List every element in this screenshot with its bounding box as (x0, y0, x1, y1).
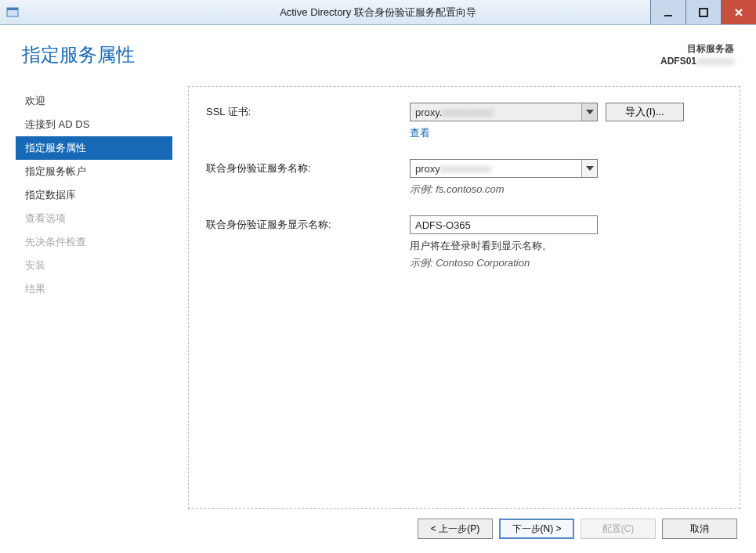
display-name-hint: 用户将在登录时看到显示名称。 (410, 239, 722, 253)
wizard-steps-sidebar: 欢迎 连接到 AD DS 指定服务属性 指定服务帐户 指定数据库 查看选项 先决… (16, 86, 172, 509)
fed-service-name-label: 联合身份验证服务名称: (206, 161, 410, 175)
sidebar-item-prereq: 先决条件检查 (16, 230, 172, 254)
sidebar-item-database[interactable]: 指定数据库 (16, 183, 172, 207)
next-button[interactable]: 下一步(N) > (499, 519, 574, 539)
sidebar-item-review: 查看选项 (16, 207, 172, 230)
app-icon (6, 6, 19, 19)
fed-service-name-dropdown[interactable]: proxyxxxxxxxxxx (410, 159, 598, 178)
content-panel: SSL 证书: proxy.xxxxxxxxxx 导入(I)... 查看 (188, 86, 740, 509)
ssl-cert-label: SSL 证书: (206, 105, 410, 119)
previous-button[interactable]: < 上一步(P) (418, 519, 493, 539)
target-server-info: 目标服务器 ADFS01xxxxxxxx (660, 42, 734, 67)
sidebar-item-install: 安装 (16, 254, 172, 277)
chevron-down-icon (581, 103, 597, 121)
import-button[interactable]: 导入(I)... (606, 103, 684, 121)
fed-service-name-example: 示例: fs.contoso.com (410, 183, 722, 197)
chevron-down-icon (581, 160, 597, 177)
ssl-cert-dropdown[interactable]: proxy.xxxxxxxxxx (410, 103, 598, 121)
target-server-label: 目标服务器 (660, 42, 734, 56)
sidebar-item-connect-adds[interactable]: 连接到 AD DS (16, 113, 172, 136)
svg-rect-1 (7, 8, 18, 10)
cancel-button[interactable]: 取消 (662, 519, 737, 539)
window-title: Active Directory 联合身份验证服务配置向导 (0, 5, 756, 20)
display-name-input[interactable] (410, 215, 598, 234)
sidebar-item-service-properties[interactable]: 指定服务属性 (16, 136, 172, 160)
window-controls (650, 0, 756, 24)
display-name-label: 联合身份验证服务显示名称: (206, 218, 410, 232)
svg-rect-2 (664, 15, 672, 16)
wizard-header: 指定服务属性 目标服务器 ADFS01xxxxxxxx (16, 39, 740, 70)
display-name-example: 示例: Contoso Corporation (410, 256, 722, 270)
page-title: 指定服务属性 (22, 42, 135, 67)
fed-service-name-value: proxy (415, 163, 440, 175)
sidebar-item-welcome[interactable]: 欢迎 (16, 89, 172, 113)
view-cert-link[interactable]: 查看 (410, 127, 430, 139)
svg-rect-3 (700, 9, 707, 16)
sidebar-item-results: 结果 (16, 277, 172, 301)
maximize-button[interactable] (685, 0, 721, 24)
minimize-button[interactable] (650, 0, 685, 24)
titlebar: Active Directory 联合身份验证服务配置向导 (0, 0, 756, 25)
wizard-footer: < 上一步(P) 下一步(N) > 配置(C) 取消 (16, 509, 740, 544)
configure-button: 配置(C) (581, 519, 656, 539)
close-button[interactable] (721, 0, 756, 24)
ssl-cert-value: proxy. (415, 107, 442, 118)
sidebar-item-service-account[interactable]: 指定服务帐户 (16, 160, 172, 183)
target-server-value: ADFS01 (660, 56, 696, 67)
